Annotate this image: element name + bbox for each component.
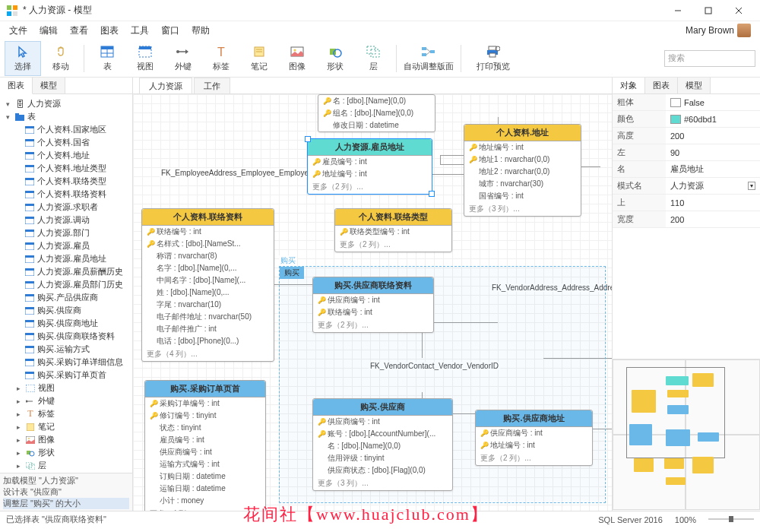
- entity-address[interactable]: 个人资料.地址🔑地址编号 : int🔑地址1 : nvarchar(0,0)地址…: [464, 124, 581, 217]
- tree-table-item[interactable]: 购买.供应商地址: [0, 317, 132, 330]
- entity-more[interactable]: 更多（2 列）...: [313, 318, 433, 332]
- entity-contact[interactable]: 个人资料.联络资料🔑联络编号 : int🔑名样式 : [dbo].[NameSt…: [141, 208, 274, 362]
- zoom-slider[interactable]: [708, 515, 754, 525]
- tree-table-item[interactable]: 购买.产品供应商: [0, 291, 132, 304]
- menu-view[interactable]: 查看: [64, 22, 94, 40]
- menu-diagram[interactable]: 图表: [94, 22, 125, 40]
- property-row[interactable]: 上110: [613, 195, 760, 211]
- tree-table-item[interactable]: 个人资料.联络类型: [0, 175, 132, 188]
- property-row[interactable]: 颜色#60dbd1: [613, 111, 760, 128]
- tool-auto-layout[interactable]: 自动调整版面: [401, 41, 456, 76]
- tree-view[interactable]: ▸视图: [0, 382, 132, 394]
- close-button[interactable]: [724, 0, 754, 21]
- property-row[interactable]: 高度200: [613, 128, 760, 144]
- entity-more[interactable]: 更多（4 列）...: [145, 507, 265, 511]
- tool-view[interactable]: 视图: [127, 41, 163, 76]
- property-row[interactable]: 粗体False: [613, 94, 760, 111]
- tree-table-item[interactable]: 购买.运输方式: [0, 343, 132, 356]
- entity-more[interactable]: 更多（2 列）...: [476, 451, 592, 465]
- tree-shape[interactable]: ▸形状: [0, 446, 132, 459]
- tree-note[interactable]: ▸笔记: [0, 420, 132, 433]
- tree-root[interactable]: ▾🗄人力资源: [0, 97, 132, 110]
- menu-file[interactable]: 文件: [3, 22, 33, 40]
- tree-table-item[interactable]: 购买.采购订单详细信息: [0, 356, 132, 369]
- menu-window[interactable]: 窗口: [155, 22, 185, 40]
- tree-table-item[interactable]: 个人资料.国省: [0, 136, 132, 149]
- property-row[interactable]: 模式名人力资源▾: [613, 178, 760, 195]
- entity-more[interactable]: 更多（3 列）...: [464, 202, 581, 216]
- entity[interactable]: 🔑名 : [dbo].[Name](0,0)🔑组名 : [dbo].[Name]…: [318, 94, 435, 132]
- tree-table-item[interactable]: 个人资料.国家地区: [0, 123, 132, 136]
- entity-vendor[interactable]: 购买.供应商🔑供应商编号 : int🔑账号 : [dbo].[AccountNu…: [312, 398, 453, 491]
- tree-fk[interactable]: ▸外键: [0, 394, 132, 407]
- tree-tables-folder[interactable]: ▾表: [0, 110, 132, 123]
- property-row[interactable]: 左90: [613, 144, 760, 161]
- tree-table-item[interactable]: 人力资源.求职者: [0, 201, 132, 214]
- canvas[interactable]: FK_EmployeeAddress_Employee_EmployeeID 购…: [133, 94, 612, 511]
- tree-table-item[interactable]: 人力资源.雇员地址: [0, 252, 132, 265]
- entity-more[interactable]: 更多（3 列）...: [313, 477, 452, 490]
- tool-fk[interactable]: 外键: [165, 41, 201, 76]
- tool-layer[interactable]: 层: [355, 41, 391, 76]
- rpanel-tab-diagram[interactable]: 图表: [645, 78, 678, 93]
- tree-table-item[interactable]: 人力资源.雇员: [0, 239, 132, 252]
- maximize-button[interactable]: [693, 0, 724, 21]
- tree-table-item[interactable]: 个人资料.地址类型: [0, 162, 132, 175]
- property-value[interactable]: #60dbd1: [666, 111, 760, 127]
- tool-table[interactable]: 表: [89, 41, 125, 76]
- canvas-tab-hr[interactable]: 人力资源: [139, 78, 192, 93]
- tool-note[interactable]: 笔记: [241, 41, 277, 76]
- tree-table-item[interactable]: 购买.供应商联络资料: [0, 330, 132, 343]
- tree-label[interactable]: ▸T标签: [0, 407, 132, 420]
- rpanel-tab-model[interactable]: 模型: [678, 78, 711, 93]
- property-value[interactable]: 90: [666, 144, 760, 160]
- tree[interactable]: ▾🗄人力资源 ▾表 个人资料.国家地区个人资料.国省个人资料.地址个人资料.地址…: [0, 94, 132, 473]
- sidebar-tab-diagram[interactable]: 图表: [0, 78, 33, 94]
- tool-shape[interactable]: 形状: [317, 41, 353, 76]
- hand-icon: [53, 44, 68, 59]
- tree-table-item[interactable]: 个人资料.地址: [0, 149, 132, 162]
- tree-table-item[interactable]: 个人资料.联络资料: [0, 188, 132, 201]
- tree-table-item[interactable]: 人力资源.雇员薪酬历史: [0, 265, 132, 278]
- entity-vendor-address[interactable]: 购买.供应商地址🔑供应商编号 : int🔑地址编号 : int更多（2 列）..…: [475, 410, 593, 466]
- sidebar-tab-model[interactable]: 模型: [33, 78, 65, 93]
- tool-print-preview[interactable]: 打印预览: [466, 41, 521, 76]
- minimap[interactable]: [613, 359, 760, 511]
- tool-image[interactable]: 图像: [279, 41, 315, 76]
- property-value[interactable]: 200: [666, 211, 760, 227]
- property-key: 粗体: [613, 94, 666, 110]
- tree-table-item[interactable]: 人力资源.雇员部门历史: [0, 278, 132, 291]
- rpanel-tab-object[interactable]: 对象: [613, 78, 645, 93]
- search-input[interactable]: 搜索: [664, 50, 755, 67]
- tree-table-item[interactable]: 人力资源.调动: [0, 214, 132, 226]
- entity-employee-address[interactable]: 人力资源.雇员地址🔑雇员编号 : int🔑地址编号 : int更多（2 列）..…: [307, 138, 432, 195]
- entity-more[interactable]: 更多（4 列）...: [142, 347, 274, 361]
- property-row[interactable]: 宽度200: [613, 211, 760, 228]
- tree-table-item[interactable]: 购买.采购订单页首: [0, 369, 132, 382]
- menu-tools[interactable]: 工具: [125, 22, 155, 40]
- tree-table-item[interactable]: 购买.供应商: [0, 304, 132, 317]
- entity-more[interactable]: 更多（2 列）...: [335, 238, 451, 252]
- property-row[interactable]: 名雇员地址: [613, 161, 760, 178]
- tree-layer[interactable]: ▸层: [0, 459, 132, 472]
- entity-more[interactable]: 更多（2 列）...: [308, 180, 432, 194]
- tool-label[interactable]: T标签: [203, 41, 239, 76]
- entity-contact-type[interactable]: 个人资料.联络类型🔑联络类型编号 : int更多（2 列）...: [334, 208, 452, 252]
- property-value[interactable]: False: [666, 94, 760, 110]
- entity-vendor-contact[interactable]: 购买.供应商联络资料🔑供应商编号 : int🔑联络编号 : int更多（2 列）…: [312, 277, 434, 333]
- tree-image[interactable]: ▸图像: [0, 433, 132, 446]
- user-chip[interactable]: Mary Brown: [686, 24, 757, 37]
- tool-select[interactable]: 选择: [5, 41, 41, 76]
- menu-edit[interactable]: 编辑: [33, 22, 64, 40]
- entity-po-header[interactable]: 购买.采购订单页首🔑采购订单编号 : int🔑修订编号 : tinyint状态 …: [144, 380, 266, 511]
- menu-help[interactable]: 帮助: [185, 22, 216, 40]
- properties: 粗体False颜色#60dbd1高度200左90名雇员地址模式名人力资源▾上11…: [613, 94, 760, 228]
- tool-move[interactable]: 移动: [43, 41, 79, 76]
- property-value[interactable]: 110: [666, 195, 760, 211]
- canvas-tab-work[interactable]: 工作: [194, 78, 230, 93]
- property-value[interactable]: 人力资源▾: [666, 178, 760, 194]
- property-value[interactable]: 雇员地址: [666, 161, 760, 177]
- tree-table-item[interactable]: 人力资源.部门: [0, 226, 132, 239]
- property-value[interactable]: 200: [666, 128, 760, 144]
- minimize-button[interactable]: [663, 0, 693, 21]
